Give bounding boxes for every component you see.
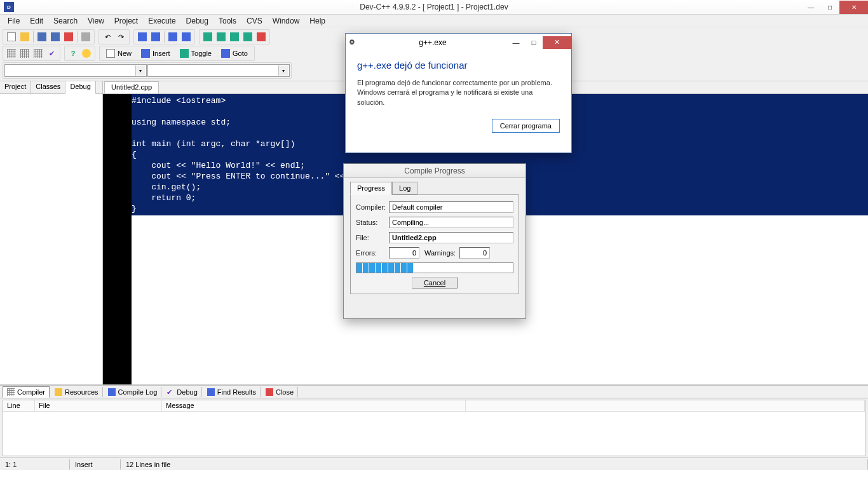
menu-edit[interactable]: Edit [25, 15, 48, 27]
open-file-icon[interactable] [18, 30, 31, 43]
lbl-compiler: Compiler: [356, 203, 389, 211]
compile-icon[interactable] [201, 30, 214, 43]
maximize-button[interactable]: □ [820, 1, 839, 14]
replace-icon[interactable] [149, 30, 162, 43]
check-icon[interactable]: ✔ [45, 47, 58, 60]
new-button[interactable]: New [102, 47, 136, 60]
rebuild-icon[interactable] [241, 30, 254, 43]
method-combo[interactable]: ▾ [147, 64, 290, 77]
progress-tab-progress[interactable]: Progress [350, 182, 392, 195]
window-titlebar: D Dev-C++ 4.9.9.2 - [ Project1 ] - Proje… [0, 0, 868, 15]
val-status: Compiling... [389, 217, 513, 228]
about-icon[interactable] [80, 47, 93, 60]
chevron-down-icon: ▾ [135, 65, 145, 76]
menu-tools[interactable]: Tools [214, 15, 241, 27]
sidebar-tab-debug[interactable]: Debug [65, 81, 95, 94]
menu-debug[interactable]: Debug [181, 15, 214, 27]
bottom-tab-debug[interactable]: ✔Debug [163, 387, 201, 397]
progress-tab-log[interactable]: Log [392, 182, 417, 194]
lbl-file: File: [356, 234, 389, 241]
window-controls: — □ ✕ [801, 1, 868, 14]
progress-bar [356, 262, 513, 273]
error-dialog-title: g++.exe [358, 38, 507, 47]
project-options-icon[interactable] [18, 47, 31, 60]
app-icon: D [4, 2, 14, 12]
close-program-button[interactable]: Cerrar programa [492, 119, 560, 133]
statusbar: 1: 1 Insert 12 Lines in file [0, 458, 868, 470]
compile-run-icon[interactable] [228, 30, 241, 43]
status-mode: Insert [70, 459, 121, 470]
lbl-warnings: Warnings: [424, 249, 456, 257]
bottom-tab-compile-log[interactable]: Compile Log [104, 387, 162, 397]
sidebar: Project Classes Debug [0, 81, 103, 384]
bottom-tab-resources[interactable]: Resources [51, 387, 103, 397]
val-compiler: Default compiler [389, 201, 513, 213]
menu-search[interactable]: Search [48, 15, 83, 27]
lbl-errors: Errors: [356, 249, 389, 257]
editor-gutter [103, 94, 132, 384]
goto-button[interactable]: Goto [217, 47, 252, 60]
debug-run-icon[interactable] [255, 30, 268, 43]
col-blank [466, 400, 865, 411]
find-next-icon[interactable] [166, 30, 179, 43]
compile-progress-title: Compile Progress [344, 164, 526, 178]
cancel-button[interactable]: Cancel [412, 277, 458, 288]
app-crash-icon: ⚙ [346, 38, 358, 46]
sidebar-tab-classes[interactable]: Classes [31, 81, 65, 93]
val-errors: 0 [389, 247, 419, 259]
val-file: Untitled2.cpp [389, 232, 513, 243]
editor-tab-untitled2[interactable]: Untitled2.cpp [104, 81, 159, 93]
col-file[interactable]: File [35, 400, 162, 411]
lbl-status: Status: [356, 219, 389, 226]
err-minimize-button[interactable]: — [507, 36, 525, 49]
err-close-button[interactable]: ✕ [543, 36, 571, 49]
undo-icon[interactable]: ↶ [101, 30, 114, 43]
menu-window[interactable]: Window [268, 15, 305, 27]
insert-button[interactable]: Insert [137, 47, 175, 60]
menu-project[interactable]: Project [109, 15, 143, 27]
status-position: 1: 1 [0, 459, 70, 470]
menu-help[interactable]: Help [304, 15, 330, 27]
print-icon[interactable] [79, 30, 92, 43]
close-file-icon[interactable] [62, 30, 75, 43]
error-list[interactable]: Line File Message [3, 400, 865, 456]
class-combo[interactable]: ▾ [4, 64, 147, 77]
redo-icon[interactable]: ↷ [114, 30, 127, 43]
val-warnings: 0 [459, 247, 490, 259]
col-message[interactable]: Message [162, 400, 466, 411]
bottom-tab-compiler[interactable]: Compiler [3, 386, 50, 398]
bottom-panel: Compiler Resources Compile Log ✔Debug Fi… [0, 384, 868, 458]
save-icon[interactable] [36, 30, 48, 43]
close-button[interactable]: ✕ [839, 1, 868, 14]
toggle-button[interactable]: Toggle [175, 47, 216, 60]
compile-progress-dialog: Compile Progress Progress Log Compiler:D… [343, 163, 526, 319]
new-file-icon[interactable] [5, 30, 18, 43]
menu-view[interactable]: View [83, 15, 109, 27]
menu-execute[interactable]: Execute [143, 15, 180, 27]
err-maximize-button[interactable]: □ [525, 36, 543, 49]
bottom-tab-close[interactable]: Close [262, 387, 298, 397]
menubar: File Edit Search View Project Execute De… [0, 15, 868, 27]
error-body: El programa dejó de funcionar correctame… [357, 78, 560, 107]
project-icon[interactable] [32, 47, 44, 60]
minimize-button[interactable]: — [801, 1, 820, 14]
bottom-tab-find-results[interactable]: Find Results [203, 387, 261, 397]
error-heading: g++.exe dejó de funcionar [357, 60, 560, 71]
sidebar-tab-project[interactable]: Project [0, 81, 31, 93]
help-icon[interactable]: ? [67, 47, 79, 60]
new-project-icon[interactable] [5, 47, 18, 60]
menu-cvs[interactable]: CVS [241, 15, 268, 27]
run-icon[interactable] [215, 30, 227, 43]
find-icon[interactable] [136, 30, 149, 43]
status-lines: 12 Lines in file [121, 459, 868, 470]
chevron-down-icon: ▾ [278, 65, 288, 76]
col-line[interactable]: Line [3, 400, 35, 411]
save-all-icon[interactable] [49, 30, 62, 43]
error-dialog: ⚙ g++.exe — □ ✕ g++.exe dejó de funciona… [345, 33, 572, 153]
window-title: Dev-C++ 4.9.9.2 - [ Project1 ] - Project… [360, 3, 508, 11]
menu-file[interactable]: File [3, 15, 25, 27]
goto-line-icon[interactable] [180, 30, 193, 43]
